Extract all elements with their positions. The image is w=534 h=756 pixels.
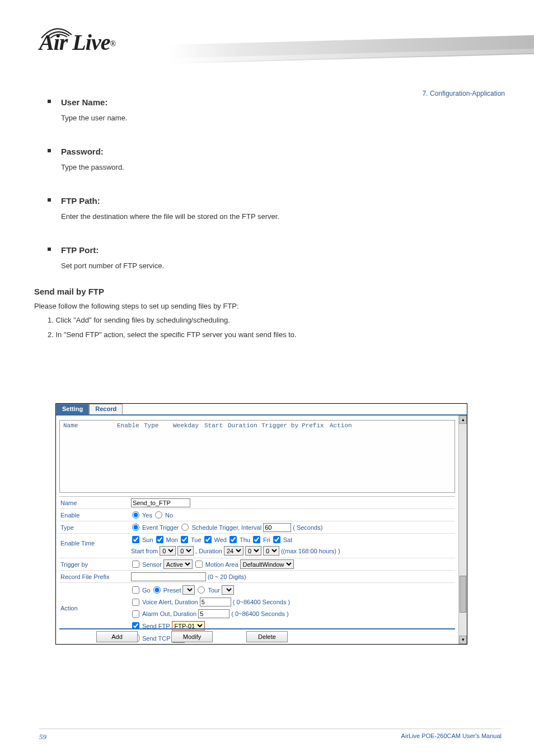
embedded-app-screenshot: Setting Record Name Enable Type Weekday … bbox=[55, 403, 467, 645]
day-sun-check[interactable] bbox=[132, 536, 139, 543]
label-enable-time: Enable Time bbox=[59, 535, 131, 547]
page-number: 59 bbox=[39, 732, 46, 741]
label-enable: Enable bbox=[59, 512, 131, 519]
bullet-body: Set port number of FTP service. bbox=[61, 260, 490, 272]
duration-m-select[interactable]: 0 bbox=[245, 546, 261, 556]
bullet-head: Password: bbox=[61, 142, 104, 158]
alarm-check[interactable] bbox=[132, 610, 139, 618]
day-mon-check[interactable] bbox=[156, 536, 163, 543]
bullet-head: FTP Port: bbox=[61, 241, 99, 257]
day-tue-check[interactable] bbox=[181, 536, 188, 543]
name-input[interactable] bbox=[131, 498, 190, 507]
wifi-arcs-icon bbox=[40, 27, 74, 39]
add-button[interactable]: Add bbox=[96, 631, 138, 642]
section-title: Send mail by FTP bbox=[34, 286, 490, 298]
day-wed-check[interactable] bbox=[204, 536, 212, 543]
bullet-head: User Name: bbox=[61, 93, 107, 109]
button-row: Add Modify Delete bbox=[59, 628, 455, 644]
bullet-icon bbox=[48, 149, 51, 152]
voice-check[interactable] bbox=[132, 599, 139, 606]
tab-record[interactable]: Record bbox=[89, 404, 123, 414]
sensor-select[interactable]: Active bbox=[163, 559, 193, 569]
sensor-check[interactable] bbox=[132, 561, 139, 568]
scroll-up-icon[interactable]: ▴ bbox=[459, 416, 467, 424]
section-desc: Please follow the following steps to set… bbox=[34, 301, 490, 312]
scroll-thumb[interactable] bbox=[460, 576, 466, 613]
type-event-radio[interactable] bbox=[132, 524, 139, 531]
page-header: Air Live® 7. Configuration-Application bbox=[0, 0, 534, 84]
motion-check[interactable] bbox=[195, 561, 203, 568]
config-table: Name Enable Yes No Type Event Trigger Sc… bbox=[59, 496, 455, 644]
type-schedule-radio[interactable] bbox=[181, 524, 189, 531]
step-item: 1. Click "Add" for sending files by sche… bbox=[48, 315, 490, 326]
tab-setting[interactable]: Setting bbox=[56, 404, 89, 414]
scroll-down-icon[interactable]: ▾ bbox=[459, 636, 467, 644]
voice-duration-input[interactable] bbox=[200, 598, 231, 606]
bullet-body: Enter the destination where the file wil… bbox=[61, 211, 490, 222]
duration-h-select[interactable]: 24 bbox=[224, 546, 243, 556]
interval-input[interactable] bbox=[263, 523, 291, 532]
bullet-body: Type the password. bbox=[61, 162, 490, 173]
day-thu-check[interactable] bbox=[229, 536, 237, 543]
alarm-duration-input[interactable] bbox=[198, 609, 229, 618]
motion-select[interactable]: DefaultWindow bbox=[240, 559, 294, 569]
bullet-body: Type the user name. bbox=[61, 113, 490, 124]
tab-bar: Setting Record bbox=[56, 404, 467, 416]
enable-no-radio[interactable] bbox=[155, 511, 162, 519]
preset-radio[interactable] bbox=[153, 586, 161, 594]
preset-select[interactable] bbox=[182, 585, 195, 595]
bullet-icon bbox=[48, 198, 51, 202]
document-body: User Name: Type the user name. Password:… bbox=[48, 90, 490, 359]
label-prefix: Record File Prefix bbox=[59, 573, 131, 580]
modify-button[interactable]: Modify bbox=[171, 631, 213, 642]
day-sat-check[interactable] bbox=[273, 536, 280, 543]
brand-logo: Air Live® bbox=[39, 29, 116, 55]
delete-button[interactable]: Delete bbox=[246, 631, 288, 642]
day-fri-check[interactable] bbox=[253, 536, 260, 543]
registered-mark: ® bbox=[110, 40, 116, 48]
page-footer: 59 AirLive POE-260CAM User's Manual bbox=[39, 729, 502, 741]
start-min-select[interactable]: 0 bbox=[177, 546, 194, 556]
bullet-icon bbox=[48, 100, 51, 103]
label-type: Type bbox=[59, 524, 131, 531]
enable-yes-radio[interactable] bbox=[132, 511, 139, 519]
footer-model: AirLive POE-260CAM User's Manual bbox=[401, 732, 502, 741]
duration-s-select[interactable]: 0 bbox=[263, 546, 279, 556]
go-check[interactable] bbox=[132, 586, 139, 594]
rules-listbox[interactable]: Name Enable Type Weekday Start Duration … bbox=[59, 420, 455, 493]
bullet-icon bbox=[48, 248, 51, 251]
label-name: Name bbox=[59, 500, 131, 506]
list-header: Name Enable Type Weekday Start Duration … bbox=[60, 421, 455, 431]
vertical-scrollbar[interactable]: ▴ ▾ bbox=[458, 416, 467, 644]
tour-radio[interactable] bbox=[198, 586, 205, 594]
steps-list: 1. Click "Add" for sending files by sche… bbox=[48, 315, 490, 340]
label-action: Action bbox=[59, 585, 131, 612]
start-hour-select[interactable]: 0 bbox=[160, 546, 176, 556]
step-item: 2. In "Send FTP" action, select the spec… bbox=[48, 329, 490, 340]
tour-select[interactable] bbox=[222, 585, 234, 595]
bullet-head: FTP Path: bbox=[61, 192, 100, 208]
prefix-input[interactable] bbox=[131, 572, 206, 581]
label-trigger-by: Trigger by bbox=[59, 561, 131, 568]
